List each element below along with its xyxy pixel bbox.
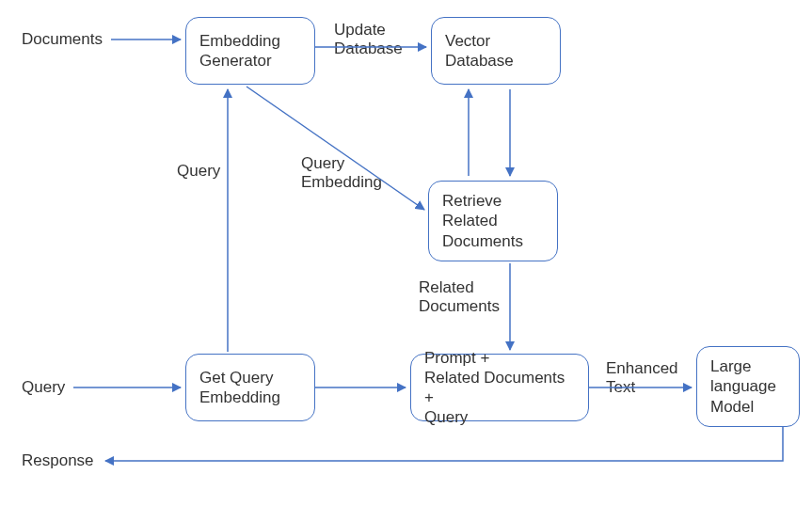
node-vector-database: VectorDatabase bbox=[431, 17, 561, 85]
node-embedding-generator: EmbeddingGenerator bbox=[185, 17, 315, 85]
node-label: Get QueryEmbedding bbox=[199, 368, 301, 408]
node-llm: LargelanguageModel bbox=[696, 346, 800, 427]
edge-label-query-embedding: QueryEmbedding bbox=[301, 154, 382, 193]
arrow-llm-to-response bbox=[105, 427, 783, 461]
edge-label-query: Query bbox=[177, 162, 220, 181]
edge-label-enhanced-text: EnhancedText bbox=[606, 359, 678, 398]
node-retrieve-related: RetrieveRelatedDocuments bbox=[428, 181, 558, 261]
node-get-query-embedding: Get QueryEmbedding bbox=[185, 354, 315, 421]
arrows-layer bbox=[0, 0, 812, 506]
node-label: LargelanguageModel bbox=[710, 356, 786, 417]
node-label: RetrieveRelatedDocuments bbox=[442, 191, 544, 251]
output-response: Response bbox=[22, 451, 94, 470]
node-label: EmbeddingGenerator bbox=[199, 31, 301, 71]
node-label: Prompt +Related Documents +Query bbox=[424, 348, 575, 428]
edge-label-related-documents: RelatedDocuments bbox=[419, 278, 500, 317]
edge-label-update-database: UpdateDatabase bbox=[334, 21, 403, 59]
node-prompt: Prompt +Related Documents +Query bbox=[410, 354, 589, 421]
input-documents: Documents bbox=[22, 30, 103, 49]
node-label: VectorDatabase bbox=[445, 31, 547, 71]
input-query: Query bbox=[22, 378, 65, 397]
